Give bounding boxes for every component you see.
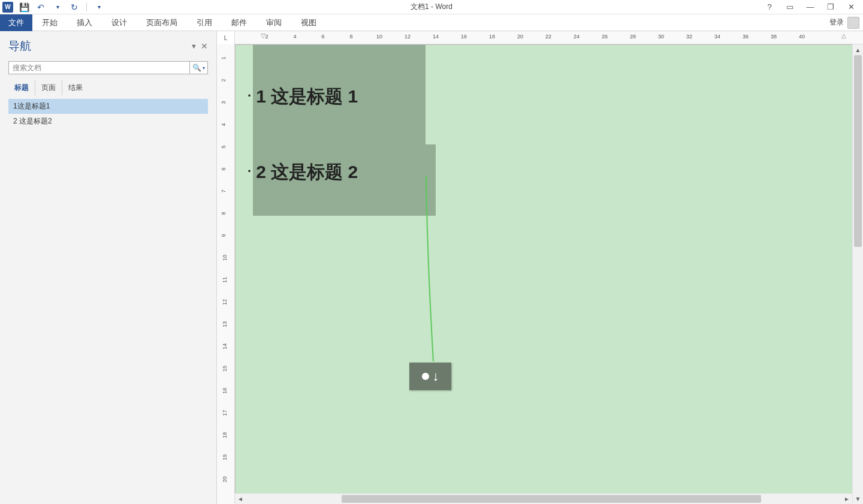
- ruler-tick-label: 8: [349, 34, 352, 40]
- nav-heading-item[interactable]: 2 这是标题2: [8, 114, 208, 129]
- ruler-tick-label: 40: [799, 34, 805, 40]
- heading-2[interactable]: ·2 这是标题 2: [248, 160, 358, 185]
- ruler-tick-label: 16: [461, 34, 467, 40]
- tab-home[interactable]: 开始: [32, 14, 67, 31]
- ruler-tick-label: 9: [221, 234, 227, 237]
- ruler-tick-label: 19: [222, 454, 228, 460]
- ruler-tick-label: 11: [222, 277, 228, 283]
- bullet-icon: ·: [248, 164, 251, 179]
- main-area: 导航 ▼ ✕ 搜索文档 🔍▾ 标题 页面 结果 1这是标题1 2 这是标题2 L…: [0, 31, 863, 504]
- document-page[interactable]: ·1 这是标题 1 ·2 这是标题 2 ↓: [235, 44, 855, 504]
- nav-header: 导航 ▼ ✕: [0, 31, 216, 59]
- ruler-tick-label: 17: [222, 410, 228, 416]
- ruler-tick-label: 15: [222, 366, 228, 372]
- ruler-tick-label: 4: [221, 123, 227, 126]
- horizontal-ruler[interactable]: L ▽ △ 2468101214161820222426283032343638…: [217, 31, 863, 44]
- scroll-up-button[interactable]: ▲: [853, 44, 863, 55]
- help-button[interactable]: ?: [762, 1, 777, 13]
- text-selection-highlight: [253, 45, 426, 216]
- right-indent-marker-icon[interactable]: △: [841, 32, 846, 39]
- ruler-tick-label: 20: [222, 476, 228, 482]
- drag-dot-icon: [422, 373, 429, 380]
- ribbon-tabs: 文件 开始 插入 设计 页面布局 引用 邮件 审阅 视图 登录: [0, 14, 863, 31]
- ruler-tick-label: 6: [321, 34, 324, 40]
- qat-separator: [86, 3, 87, 11]
- tab-pagelayout[interactable]: 页面布局: [137, 14, 187, 31]
- tab-insert[interactable]: 插入: [67, 14, 102, 31]
- qat-customize-icon[interactable]: ▾: [93, 1, 105, 13]
- document-area: L ▽ △ 2468101214161820222426283032343638…: [217, 31, 863, 504]
- page-viewport[interactable]: ·1 这是标题 1 ·2 这是标题 2 ↓: [235, 44, 863, 504]
- nav-close-button[interactable]: ✕: [201, 41, 208, 51]
- horizontal-scrollbar[interactable]: ◄ ►: [235, 493, 852, 504]
- undo-dropdown-icon[interactable]: ▾: [52, 1, 64, 13]
- ruler-tick-label: 10: [376, 34, 382, 40]
- text-selection-highlight: [426, 144, 436, 216]
- vertical-scrollbar[interactable]: ▲ ▼: [852, 44, 863, 504]
- minimize-button[interactable]: —: [803, 1, 817, 13]
- undo-button[interactable]: ↶: [35, 1, 47, 13]
- ruler-tick-label: 30: [658, 34, 664, 40]
- heading-2-text: 2 这是标题 2: [256, 162, 358, 182]
- search-button[interactable]: 🔍▾: [190, 61, 208, 74]
- word-app-icon: W: [2, 2, 13, 13]
- ruler-tick-label: 13: [222, 321, 228, 327]
- scroll-down-button[interactable]: ▼: [853, 493, 863, 504]
- save-button[interactable]: 💾: [18, 1, 30, 13]
- window-title: 文档1 - Word: [411, 2, 452, 12]
- tab-mailings[interactable]: 邮件: [222, 14, 257, 31]
- search-icon: 🔍: [192, 64, 201, 72]
- ruler-tick-label: 2: [221, 79, 227, 82]
- ruler-tick-label: 4: [293, 34, 296, 40]
- scroll-thumb-v[interactable]: [854, 55, 862, 247]
- user-avatar-icon[interactable]: [847, 17, 859, 29]
- close-button[interactable]: ✕: [844, 1, 858, 13]
- ruler-tick-label: 38: [771, 34, 777, 40]
- qat: W 💾 ↶ ▾ ↻ ▾: [0, 1, 105, 13]
- ruler-tick-label: 34: [714, 34, 720, 40]
- ruler-tick-label: 20: [517, 34, 523, 40]
- scroll-left-button[interactable]: ◄: [235, 494, 246, 504]
- tab-design[interactable]: 设计: [102, 14, 137, 31]
- search-input[interactable]: 搜索文档: [8, 61, 190, 74]
- nav-tabs: 标题 页面 结果: [0, 80, 216, 95]
- nav-tab-pages[interactable]: 页面: [35, 80, 62, 95]
- ruler-tick-label: 16: [222, 388, 228, 394]
- drag-arrow-icon: ↓: [433, 369, 439, 384]
- nav-title: 导航: [8, 38, 191, 54]
- restore-button[interactable]: ❐: [823, 1, 838, 13]
- ruler-tick-label: 7: [221, 189, 227, 192]
- ruler-tick-label: 24: [574, 34, 580, 40]
- ruler-tick-label: 18: [222, 432, 228, 438]
- heading-1[interactable]: ·1 这是标题 1: [248, 84, 358, 109]
- tab-references[interactable]: 引用: [187, 14, 222, 31]
- nav-tab-results[interactable]: 结果: [62, 80, 89, 95]
- ribbon-display-options-button[interactable]: ▭: [783, 1, 797, 13]
- scroll-right-button[interactable]: ►: [841, 494, 852, 504]
- drag-drop-indicator: ↓: [409, 363, 451, 390]
- ruler-tab-selector[interactable]: L: [217, 31, 235, 44]
- ruler-tick-label: 26: [602, 34, 608, 40]
- document-body: 1234567891011121314151617181920 ·1 这是标题 …: [217, 44, 863, 504]
- ruler-tick-label: 28: [630, 34, 636, 40]
- ruler-tick-label: 14: [222, 343, 228, 349]
- tab-view[interactable]: 视图: [291, 14, 326, 31]
- ruler-tick-label: 1: [221, 56, 227, 59]
- tab-review[interactable]: 审阅: [257, 14, 291, 31]
- login-link[interactable]: 登录: [829, 17, 844, 28]
- nav-heading-item[interactable]: 1这是标题1: [8, 99, 208, 114]
- redo-button[interactable]: ↻: [68, 1, 80, 13]
- ruler-tick-label: 5: [221, 145, 227, 148]
- ruler-tick-label: 32: [686, 34, 692, 40]
- ruler-tick-label: 36: [743, 34, 749, 40]
- nav-tab-headings[interactable]: 标题: [8, 80, 35, 95]
- ruler-tick-label: 6: [221, 167, 227, 170]
- vertical-ruler[interactable]: 1234567891011121314151617181920: [217, 44, 235, 504]
- nav-items-list: 1这是标题1 2 这是标题2: [0, 95, 216, 132]
- tab-file[interactable]: 文件: [0, 14, 32, 31]
- scroll-track-h[interactable]: [246, 494, 841, 504]
- ruler-tick-label: 22: [545, 34, 551, 40]
- nav-options-dropdown-icon[interactable]: ▼: [191, 43, 197, 50]
- ruler-tick-label: 18: [489, 34, 495, 40]
- scroll-thumb-h[interactable]: [342, 495, 761, 503]
